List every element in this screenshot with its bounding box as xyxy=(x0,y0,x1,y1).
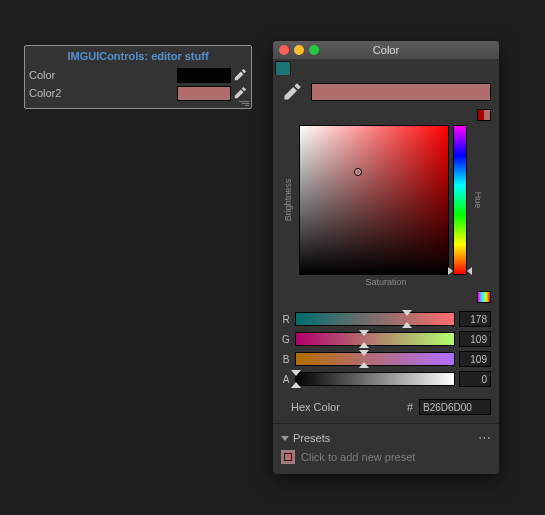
tab-bar xyxy=(273,59,499,75)
g-slider[interactable] xyxy=(295,332,455,346)
eyedropper-button[interactable] xyxy=(281,81,303,103)
property-label: Color2 xyxy=(27,87,177,99)
color-swatch[interactable] xyxy=(177,86,231,101)
sv-cursor[interactable] xyxy=(354,168,362,176)
brightness-axis-label: Brightness xyxy=(281,125,295,275)
hex-label: Hex Color xyxy=(291,401,340,413)
inspector-title: IMGUIControls: editor stuff xyxy=(25,46,251,66)
property-row: Color2 xyxy=(25,84,251,102)
channel-label: B xyxy=(281,354,291,365)
b-value-input[interactable]: 109 xyxy=(459,351,491,367)
presets-hint[interactable]: Click to add new preset xyxy=(301,451,415,463)
eyedropper-icon[interactable] xyxy=(233,86,247,100)
minimize-icon[interactable] xyxy=(294,45,304,55)
channel-label: A xyxy=(281,374,291,385)
saturation-axis-label: Saturation xyxy=(281,277,491,287)
presets-header[interactable]: Presets ⋯ xyxy=(281,432,491,444)
hex-hash: # xyxy=(407,401,413,413)
channel-row-g: G 109 xyxy=(281,329,491,349)
b-slider[interactable] xyxy=(295,352,455,366)
channel-row-b: B 109 xyxy=(281,349,491,369)
property-label: Color xyxy=(27,69,177,81)
window-titlebar[interactable]: Color xyxy=(273,41,499,59)
channel-label: R xyxy=(281,314,291,325)
saturation-brightness-field[interactable] xyxy=(299,125,449,275)
a-value-input[interactable]: 0 xyxy=(459,371,491,387)
channel-row-r: R 178 xyxy=(281,309,491,329)
r-value-input[interactable]: 178 xyxy=(459,311,491,327)
preset-swatch[interactable] xyxy=(281,450,295,464)
hue-axis-label: Hue xyxy=(471,125,485,275)
channel-row-a: A 0 xyxy=(281,369,491,389)
current-color-swatch xyxy=(311,83,491,101)
hue-thumb[interactable] xyxy=(448,267,453,275)
channel-label: G xyxy=(281,334,291,345)
inspector-panel: IMGUIControls: editor stuff Color Color2 xyxy=(24,45,252,109)
resize-handle[interactable] xyxy=(237,101,249,107)
presets-label: Presets xyxy=(293,432,330,444)
color-picker-window: Color Brightness Hue xyxy=(273,41,499,474)
hue-thumb[interactable] xyxy=(467,267,472,275)
color-compare-chip[interactable] xyxy=(477,109,491,121)
a-slider[interactable] xyxy=(295,372,455,386)
slider-mode-toggle[interactable] xyxy=(477,291,491,303)
eyedropper-icon[interactable] xyxy=(233,68,247,82)
maximize-icon[interactable] xyxy=(309,45,319,55)
g-value-input[interactable]: 109 xyxy=(459,331,491,347)
color-swatch[interactable] xyxy=(177,68,231,83)
presets-menu-icon[interactable]: ⋯ xyxy=(478,433,491,443)
hue-slider[interactable] xyxy=(453,125,467,275)
chevron-down-icon xyxy=(281,436,289,441)
tab-color[interactable] xyxy=(275,61,291,75)
close-icon[interactable] xyxy=(279,45,289,55)
r-slider[interactable] xyxy=(295,312,455,326)
hex-input[interactable]: B26D6D00 xyxy=(419,399,491,415)
property-row: Color xyxy=(25,66,251,84)
